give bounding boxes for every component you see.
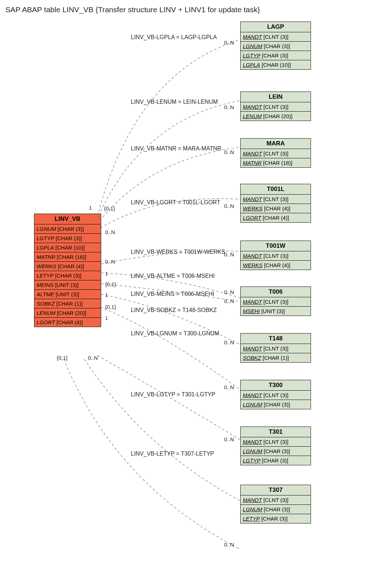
entity-linv-vb: LINV_VB LGNUM [CHAR (3)]LGTYP [CHAR (3)]… — [34, 214, 101, 327]
field-mandt: MANDT [CLNT (3)] — [241, 391, 311, 400]
card-right: 0..N — [224, 339, 234, 345]
relation-label: LINV_VB-WERKS = T001W-WERKS — [131, 249, 225, 255]
field-lgpla: LGPLA [CHAR (10)] — [34, 243, 101, 252]
field-sobkz: SOBKZ [CHAR (1)] — [34, 299, 101, 308]
entity-t307: T307MANDT [CLNT (3)]LGNUM [CHAR (3)]LETY… — [240, 485, 311, 523]
entity-mara: MARAMANDT [CLNT (3)]MATNR [CHAR (18)] — [240, 138, 311, 168]
field-mandt: MANDT [CLNT (3)] — [241, 149, 311, 158]
card-left: {0,1} — [57, 355, 68, 361]
field-mandt: MANDT [CLNT (3)] — [241, 32, 311, 42]
card-right: 0..N — [224, 203, 234, 209]
card-left: 0..N — [105, 259, 115, 265]
entity-header: T300 — [241, 380, 311, 391]
relation-label: LINV_VB-LGTYP = T301-LGTYP — [131, 391, 216, 398]
entity-t001w: T001WMANDT [CLNT (3)]WERKS [CHAR (4)] — [240, 241, 311, 270]
entity-t001l: T001LMANDT [CLNT (3)]WERKS [CHAR (4)]LGO… — [240, 184, 311, 223]
field-lgtyp: LGTYP [CHAR (3)] — [241, 456, 311, 465]
card-right: 0..N — [224, 39, 234, 46]
field-lgtyp: LGTYP [CHAR (3)] — [241, 51, 311, 60]
card-right: 0..N — [224, 251, 234, 257]
field-sobkz: SOBKZ [CHAR (1)] — [241, 353, 311, 362]
field-matnr: MATNR [CHAR (18)] — [34, 252, 101, 262]
entity-lagp: LAGPMANDT [CLNT (3)]LGNUM [CHAR (3)]LGTY… — [240, 22, 311, 70]
card-right: 0..N — [224, 104, 234, 110]
field-lenum: LENUM [CHAR (20)] — [34, 308, 101, 318]
field-lenum: LENUM [CHAR (20)] — [241, 112, 311, 121]
field-mandt: MANDT [CLNT (3)] — [241, 297, 311, 307]
field-mandt: MANDT [CLNT (3)] — [241, 495, 311, 505]
relation-label: LINV_VB-MEINS = T006-MSEHI — [131, 291, 214, 297]
entity-header: LINV_VB — [34, 214, 101, 224]
relation-label: LINV_VB-LGPLA = LAGP-LGPLA — [131, 34, 217, 41]
entity-header: LEIN — [241, 92, 311, 102]
field-werks: WERKS [CHAR (4)] — [241, 204, 311, 213]
card-left: 1 — [89, 205, 92, 211]
field-mandt: MANDT [CLNT (3)] — [241, 195, 311, 204]
card-left: {0,1} — [104, 205, 115, 211]
entity-t300: T300MANDT [CLNT (3)]LGNUM [CHAR (3)] — [240, 380, 311, 409]
entity-header: T001W — [241, 241, 311, 251]
field-lgort: LGORT [CHAR (4)] — [34, 318, 101, 327]
entity-header: LAGP — [241, 22, 311, 32]
card-right: 0..N — [224, 149, 234, 155]
card-left: 1 — [105, 292, 108, 298]
card-left: {0,1} — [105, 281, 116, 287]
field-lgnum: LGNUM [CHAR (3)] — [241, 505, 311, 514]
card-right: 0..N — [224, 384, 234, 390]
relation-label: LINV_VB-ALTME = T006-MSEHI — [131, 273, 215, 279]
field-lgort: LGORT [CHAR (4)] — [241, 213, 311, 222]
card-right: 0..N — [224, 541, 234, 548]
field-mandt: MANDT [CLNT (3)] — [241, 437, 311, 447]
field-letyp: LETYP [CHAR (3)] — [241, 514, 311, 523]
card-right: 0..N — [224, 298, 234, 304]
card-left: {0,1} — [105, 304, 116, 310]
page-title: SAP ABAP table LINV_VB {Transfer structu… — [5, 5, 260, 14]
entity-header: T307 — [241, 485, 311, 495]
entity-t148: T148MANDT [CLNT (3)]SOBKZ [CHAR (1)] — [240, 333, 311, 363]
relation-label: LINV_VB-SOBKZ = T148-SOBKZ — [131, 307, 217, 313]
card-left: 0..N — [88, 355, 98, 361]
field-werks: WERKS [CHAR (4)] — [241, 261, 311, 270]
field-lgnum: LGNUM [CHAR (3)] — [241, 400, 311, 409]
field-altme: ALTME [UNIT (3)] — [34, 290, 101, 299]
relation-label: LINV_VB-LGNUM = T300-LGNUM — [131, 330, 219, 337]
field-meins: MEINS [UNIT (3)] — [34, 280, 101, 290]
card-left: 1 — [105, 315, 108, 321]
entity-header: T006 — [241, 287, 311, 297]
field-lgtyp: LGTYP [CHAR (3)] — [34, 234, 101, 243]
entity-header: T301 — [241, 427, 311, 437]
card-right: 0..N — [224, 289, 234, 295]
field-lgnum: LGNUM [CHAR (3)] — [241, 42, 311, 51]
entity-t301: T301MANDT [CLNT (3)]LGNUM [CHAR (3)]LGTY… — [240, 427, 311, 465]
relation-label: LINV_VB-LGORT = T001L-LGORT — [131, 199, 220, 206]
card-right: 0..N — [224, 436, 234, 442]
entity-header: T148 — [241, 334, 311, 344]
field-mandt: MANDT [CLNT (3)] — [241, 344, 311, 353]
entity-lein: LEINMANDT [CLNT (3)]LENUM [CHAR (20)] — [240, 92, 311, 121]
field-letyp: LETYP [CHAR (3)] — [34, 271, 101, 280]
field-matnr: MATNR [CHAR (18)] — [241, 158, 311, 167]
relation-label: LINV_VB-MATNR = MARA-MATNR — [131, 145, 221, 152]
relation-label: LINV_VB-LENUM = LEIN-LENUM — [131, 99, 218, 105]
field-lgpla: LGPLA [CHAR (10)] — [241, 60, 311, 69]
card-left: 1 — [105, 270, 108, 276]
field-mandt: MANDT [CLNT (3)] — [241, 251, 311, 261]
entity-header: T001L — [241, 184, 311, 195]
entity-header: MARA — [241, 139, 311, 149]
field-lgnum: LGNUM [CHAR (3)] — [241, 447, 311, 456]
field-mandt: MANDT [CLNT (3)] — [241, 102, 311, 112]
field-lgnum: LGNUM [CHAR (3)] — [34, 224, 101, 234]
field-werks: WERKS [CHAR (4)] — [34, 262, 101, 271]
entity-t006: T006MANDT [CLNT (3)]MSEHI [UNIT (3)] — [240, 287, 311, 316]
card-left: 0..N — [105, 229, 115, 235]
relation-label: LINV_VB-LETYP = T307-LETYP — [131, 451, 214, 457]
field-msehi: MSEHI [UNIT (3)] — [241, 307, 311, 316]
